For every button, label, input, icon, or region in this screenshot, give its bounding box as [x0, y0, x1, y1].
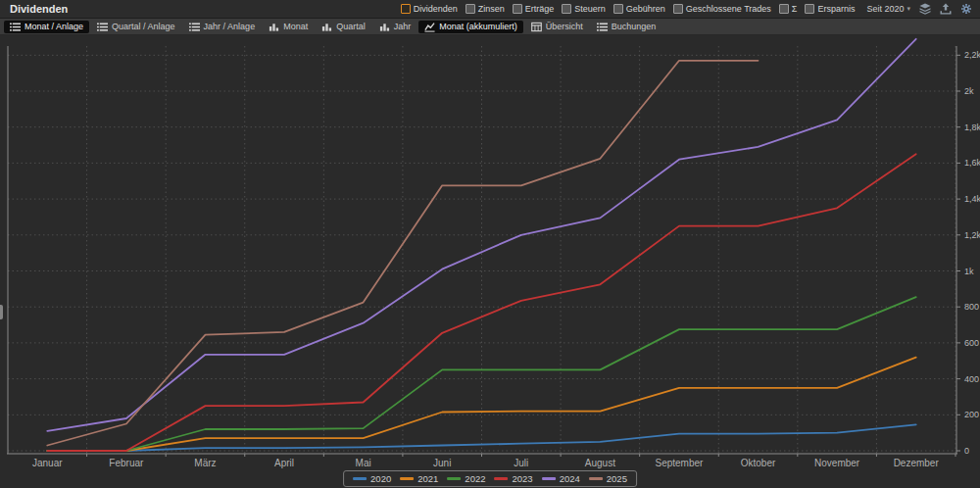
list-icon: [189, 22, 200, 32]
legend-swatch-icon: [542, 477, 556, 480]
metric-toggle[interactable]: Dividenden: [401, 4, 458, 14]
legend-swatch-icon: [589, 477, 603, 480]
export-icon[interactable]: [939, 3, 952, 16]
svg-text:1,4k: 1,4k: [964, 194, 980, 204]
period-label: Seit 2020: [866, 4, 904, 14]
svg-text:Januar: Januar: [32, 458, 63, 468]
toolbar-button-label: Jahr: [394, 22, 412, 31]
settings-gear-icon[interactable]: [959, 3, 972, 16]
svg-text:Juli: Juli: [514, 458, 528, 468]
metric-toggle[interactable]: Σ: [779, 4, 798, 14]
toggle-label: Dividenden: [414, 4, 458, 14]
svg-text:1k: 1k: [964, 267, 974, 276]
svg-text:200: 200: [964, 410, 979, 419]
svg-text:400: 400: [964, 374, 979, 384]
svg-text:2k: 2k: [964, 86, 974, 96]
bar-chart-icon: [379, 22, 390, 32]
legend-swatch-icon: [400, 477, 414, 480]
svg-text:Mai: Mai: [356, 458, 371, 468]
legend-item[interactable]: 2023: [495, 473, 533, 484]
legend-item[interactable]: 2020: [353, 473, 391, 484]
toggle-label: Gebühren: [626, 4, 665, 14]
dividends-line-chart: 02004006008001k1,2k1,4k1,6k1,8k2k2,2kJan…: [0, 34, 980, 468]
toggle-label: Geschlossene Trades: [686, 4, 771, 14]
metric-toggle[interactable]: Gebühren: [613, 4, 665, 14]
metric-toggle[interactable]: Steuern: [562, 4, 606, 14]
legend-item[interactable]: 2024: [542, 473, 580, 484]
checkbox-icon: [779, 4, 789, 14]
metric-toggle[interactable]: Erträge: [513, 4, 555, 14]
list-icon: [10, 22, 21, 32]
toolbar-button[interactable]: Monat / Anlage: [4, 21, 89, 33]
toolbar-button-label: Übersicht: [546, 22, 583, 31]
legend-label: 2020: [370, 473, 391, 484]
toggle-label: Erträge: [525, 4, 555, 14]
checkbox-icon: [805, 4, 814, 14]
checkbox-icon: [466, 4, 475, 14]
toolbar-button-label: Jahr / Anlage: [204, 22, 256, 31]
panel-resize-handle[interactable]: [0, 305, 3, 319]
checkbox-icon: [401, 4, 411, 14]
toolbar-button[interactable]: Buchungen: [591, 21, 662, 33]
toolbar-button[interactable]: Quartal / Anlage: [91, 21, 181, 33]
legend-item[interactable]: 2022: [447, 473, 485, 484]
toolbar-button-label: Quartal: [336, 22, 366, 31]
svg-text:März: März: [194, 458, 216, 468]
svg-text:1,6k: 1,6k: [964, 158, 980, 168]
legend-label: 2024: [560, 473, 580, 484]
toolbar-button-label: Quartal / Anlage: [112, 22, 175, 31]
metric-toggle[interactable]: Ersparnis: [805, 4, 855, 14]
metric-toggle[interactable]: Zinsen: [466, 4, 505, 14]
checkbox-icon: [613, 4, 623, 14]
toggle-label: Zinsen: [478, 4, 505, 14]
svg-text:April: April: [274, 458, 294, 468]
toolbar-button[interactable]: Jahr / Anlage: [183, 21, 262, 33]
svg-text:800: 800: [964, 302, 979, 312]
toolbar-button[interactable]: Übersicht: [525, 21, 589, 33]
legend-label: 2025: [607, 473, 627, 484]
page-title: Dividenden: [0, 3, 68, 15]
toolbar-button-label: Monat (akkumuliert): [439, 22, 517, 31]
legend-swatch-icon: [353, 477, 367, 480]
svg-text:Februar: Februar: [109, 458, 144, 468]
svg-text:0: 0: [964, 446, 969, 456]
toggle-label: Ersparnis: [817, 4, 855, 14]
svg-text:1,8k: 1,8k: [964, 122, 980, 132]
chevron-down-icon: ▾: [906, 5, 910, 13]
svg-text:November: November: [814, 458, 860, 468]
toolbar-button-label: Buchungen: [612, 22, 657, 31]
list-icon: [97, 22, 108, 32]
toolbar-button[interactable]: Jahr: [373, 21, 417, 33]
svg-text:September: September: [655, 458, 704, 468]
bar-chart-icon: [321, 22, 332, 32]
layers-icon[interactable]: [918, 3, 931, 16]
legend-item[interactable]: 2021: [400, 473, 438, 484]
toolbar-button[interactable]: Quartal: [316, 21, 371, 33]
svg-text:Dezember: Dezember: [894, 458, 940, 468]
header-bar: Dividenden Dividenden Zinsen Erträge Ste…: [0, 0, 980, 19]
period-selector[interactable]: Seit 2020 ▾: [866, 4, 910, 14]
legend-label: 2023: [513, 473, 533, 484]
list-icon: [597, 22, 608, 32]
chart-legend: 2020 2021 2022 2023 2024 2025: [343, 470, 637, 487]
line-chart-icon: [424, 22, 435, 32]
bar-chart-icon: [269, 22, 279, 32]
toolbar-button-label: Monat / Anlage: [24, 22, 83, 31]
svg-text:600: 600: [964, 338, 979, 348]
metric-toggle[interactable]: Geschlossene Trades: [673, 4, 771, 14]
toolbar-button[interactable]: Monat: [263, 21, 314, 33]
toggle-label: Steuern: [574, 4, 606, 14]
svg-text:Oktober: Oktober: [741, 458, 776, 468]
legend-swatch-icon: [495, 477, 509, 480]
toggle-label: Σ: [792, 4, 798, 14]
legend-item[interactable]: 2025: [589, 473, 627, 484]
metric-toggles: Dividenden Zinsen Erträge Steuern Gebühr…: [401, 4, 856, 14]
header-controls: Dividenden Zinsen Erträge Steuern Gebühr…: [401, 3, 980, 16]
svg-text:August: August: [585, 458, 615, 468]
svg-text:1,2k: 1,2k: [964, 230, 980, 240]
legend-label: 2021: [417, 473, 438, 484]
toolbar-button[interactable]: Monat (akkumuliert): [418, 21, 523, 33]
svg-text:Juni: Juni: [433, 458, 451, 468]
dividends-panel: Dividenden Dividenden Zinsen Erträge Ste…: [0, 0, 980, 488]
table-icon: [531, 22, 542, 32]
